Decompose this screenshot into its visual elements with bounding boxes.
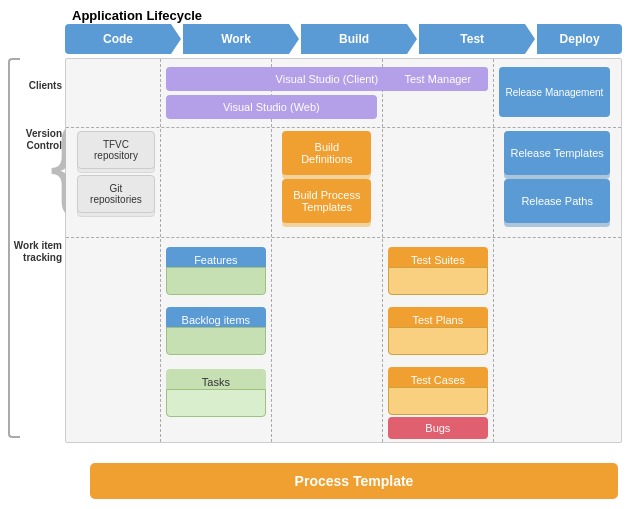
- test-suites-cell-wrapper: Test Suites: [388, 247, 488, 295]
- outer-brace: [8, 58, 20, 438]
- col-divider-3: [382, 59, 383, 442]
- test-cases-cell-bottom: [388, 387, 488, 415]
- version-control-brace: {: [50, 120, 66, 220]
- process-template-bar: Process Template: [90, 463, 618, 499]
- diagram-container: Application Lifecycle Code Work Build Te…: [0, 0, 632, 509]
- test-cases-cell-wrapper: Test Cases: [388, 367, 488, 415]
- bugs-main-wrapper: Bugs: [388, 417, 488, 441]
- test-plans-cell-bottom: [388, 327, 488, 355]
- tasks-cell-bottom: [166, 389, 266, 417]
- tfvc-repo-cell: TFVC repository: [77, 131, 155, 169]
- test-manager-cell: Test Manager: [388, 67, 488, 91]
- tasks-cell-wrapper: Tasks: [166, 369, 266, 417]
- row-divider-1: [66, 127, 621, 128]
- main-grid: Visual Studio (Client) Visual Studio (We…: [65, 58, 622, 443]
- phase-build: Build: [301, 24, 407, 54]
- release-management-cell: Release Management: [499, 67, 610, 117]
- diagram-title: Application Lifecycle: [72, 8, 202, 23]
- release-paths-cell: Release Paths: [504, 179, 609, 223]
- phase-deploy: Deploy: [537, 24, 622, 54]
- release-templates-cell: Release Templates: [504, 131, 609, 175]
- phase-work: Work: [183, 24, 289, 54]
- backlog-cell-bottom: [166, 327, 266, 355]
- visual-studio-web-cell: Visual Studio (Web): [166, 95, 377, 119]
- col-divider-1: [160, 59, 161, 442]
- build-process-templates-cell: Build Process Templates: [282, 179, 371, 223]
- features-cell-wrapper: Features: [166, 247, 266, 295]
- test-plans-cell-wrapper: Test Plans: [388, 307, 488, 355]
- features-cell-bottom: [166, 267, 266, 295]
- phases-row: Code Work Build Test Deploy: [65, 24, 622, 54]
- col-divider-4: [493, 59, 494, 442]
- git-repos-cell: Git repositories: [77, 175, 155, 213]
- build-definitions-cell: Build Definitions: [282, 131, 371, 175]
- bugs-main-cell: Bugs: [388, 417, 488, 439]
- phase-test: Test: [419, 24, 525, 54]
- phase-code: Code: [65, 24, 171, 54]
- test-suites-cell-bottom: [388, 267, 488, 295]
- row-divider-2: [66, 237, 621, 238]
- backlog-cell-wrapper: Backlog items: [166, 307, 266, 355]
